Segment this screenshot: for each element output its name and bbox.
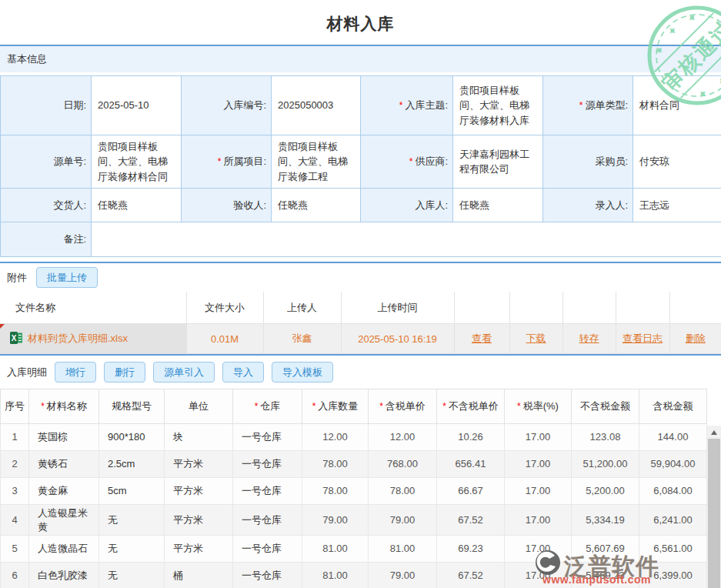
- delete-file-link[interactable]: 删除: [686, 332, 706, 344]
- form-field-value: 贵阳项目样板间、大堂、电梯厅装修材料入库: [453, 76, 543, 135]
- inbound-qty-cell: 78.00: [302, 451, 369, 478]
- material-name-cell: 英国棕: [29, 424, 99, 451]
- delete-row-button[interactable]: 删行: [104, 362, 145, 383]
- detail-column-label: 含税单价: [386, 400, 426, 412]
- inbound-qty-cell: 81.00: [302, 536, 369, 563]
- material-name-cell: 黄锈石: [29, 451, 99, 478]
- excel-file-icon: X: [10, 332, 22, 346]
- warehouse-cell: 一号仓库: [233, 505, 302, 536]
- form-field-label-text: 交货人:: [53, 198, 86, 213]
- tax-excl-amount-cell: 51,200.00: [572, 451, 639, 478]
- tax-excl-price-cell: 69.23: [437, 536, 505, 563]
- section-basic-info-label: 基本信息: [7, 52, 47, 66]
- svg-text:X: X: [12, 334, 17, 342]
- spec-model-cell: 无: [99, 505, 165, 536]
- form-field-label-text: 供应商:: [415, 154, 448, 169]
- tax-excl-amount-cell: 123.08: [572, 424, 639, 451]
- detail-column-header: 规格型号: [99, 389, 165, 424]
- detail-column-header: *含税单价: [369, 389, 437, 424]
- file-action-cell: 查看: [454, 324, 509, 354]
- warehouse-cell: 一号仓库: [233, 424, 302, 451]
- file-name-link[interactable]: 材料到货入库明细.xlsx: [28, 332, 128, 346]
- attachment-column-header: 文件大小: [186, 292, 263, 324]
- detail-column-label: 材料名称: [47, 400, 87, 412]
- detail-row[interactable]: 1英国棕900*180块一号仓库12.0012.0010.2617.00123.…: [1, 424, 707, 451]
- tax-excl-amount-cell: 5,334.19: [572, 505, 639, 536]
- row-number-cell: 4: [1, 505, 29, 536]
- attachment-row[interactable]: X材料到货入库明细.xlsx0.01M张鑫2025-05-10 16:19查看下…: [0, 324, 721, 354]
- unit-cell: 平方米: [165, 478, 233, 505]
- detail-column-header: *仓库: [233, 389, 302, 424]
- row-number-cell: 2: [1, 451, 29, 478]
- detail-column-header: *材料名称: [29, 389, 99, 424]
- unit-cell: 平方米: [165, 536, 233, 563]
- detail-column-header: 不含税金额: [572, 389, 639, 424]
- tax-incl-price-cell: 78.00: [369, 478, 437, 505]
- required-asterisk: *: [255, 401, 259, 412]
- form-field-label: *源单类型:: [543, 76, 633, 135]
- download-file-link[interactable]: 下载: [526, 332, 546, 344]
- detail-column-label: 单位: [189, 400, 209, 412]
- attachments-bar: 附件 批量上传: [0, 262, 721, 292]
- form-field-label-text: 验收人:: [233, 198, 266, 213]
- scroll-up-button[interactable]: [707, 426, 721, 439]
- save-as-file-link[interactable]: 转存: [579, 332, 599, 344]
- detail-row[interactable]: 6白色乳胶漆无桶一号仓库81.0079.0067.5217.005,469.23…: [1, 563, 707, 588]
- section-attachments-label: 附件: [7, 271, 27, 285]
- import-button[interactable]: 导入: [222, 362, 264, 383]
- tax-excl-price-cell: 66.67: [437, 478, 505, 505]
- detail-row[interactable]: 3黄金麻5cm平方米一号仓库78.0078.0066.6717.005,200.…: [1, 478, 707, 505]
- form-field-label: 采购员:: [543, 135, 633, 189]
- form-field-value: 付安琼: [633, 135, 721, 189]
- tax-rate-cell: 17.00: [505, 424, 572, 451]
- spec-model-cell: 900*180: [99, 424, 165, 451]
- form-field-value: 天津嘉利园林工程有限公司: [453, 135, 543, 189]
- tax-rate-cell: 17.00: [505, 478, 572, 505]
- detail-row[interactable]: 2黄锈石2.5cm平方米一号仓库78.00768.00656.4117.0051…: [1, 451, 707, 478]
- detail-row[interactable]: 5人造微晶石无平方米一号仓库81.0081.0069.2317.005,607.…: [1, 536, 707, 563]
- add-row-button[interactable]: 增行: [55, 362, 96, 383]
- detail-column-header: *入库数量: [302, 389, 369, 424]
- scroll-up-icon: [711, 430, 717, 435]
- form-field-label: 交货人:: [1, 189, 92, 222]
- detail-column-label: 税率(%): [523, 400, 559, 412]
- tax-excl-amount-cell: 5,607.69: [572, 536, 639, 563]
- attachment-action-header: [454, 292, 509, 324]
- form-field-label: 入库人:: [361, 189, 453, 222]
- form-field-label: 源单号:: [1, 135, 92, 189]
- inbound-qty-cell: 79.00: [302, 505, 369, 536]
- attachment-column-header: 文件名称: [0, 292, 186, 324]
- tax-incl-price-cell: 81.00: [369, 536, 437, 563]
- required-asterisk: *: [579, 99, 583, 112]
- tax-incl-amount-cell: 6,561.00: [639, 536, 707, 563]
- form-field-value: 材料合同: [633, 76, 721, 135]
- detail-column-header: *不含税单价: [437, 389, 505, 424]
- source-import-button[interactable]: 源单引入: [153, 362, 215, 383]
- form-field-label-text: 源单号:: [53, 154, 86, 169]
- scrollbar-thumb[interactable]: [708, 439, 720, 588]
- inbound-qty-cell: 78.00: [302, 478, 369, 505]
- batch-upload-button[interactable]: 批量上传: [36, 267, 98, 288]
- view-log-link[interactable]: 查看日志: [623, 332, 663, 344]
- attachments-section: 附件 批量上传 文件名称文件大小上传人上传时间 X材料到货入库明细.xlsx0.…: [0, 262, 721, 356]
- view-file-link[interactable]: 查看: [472, 332, 492, 344]
- form-field-value: 贵阳项目样板间、大堂、电梯厅装修材料合同: [92, 135, 182, 189]
- row-number-cell: 3: [1, 478, 29, 505]
- file-action-cell: 查看日志: [616, 324, 669, 354]
- import-template-button[interactable]: 导入模板: [272, 362, 333, 383]
- detail-row[interactable]: 4人造银星米黄无平方米一号仓库79.0079.0067.5217.005,334…: [1, 505, 707, 536]
- unit-cell: 桶: [165, 563, 233, 588]
- material-name-cell: 人造银星米黄: [29, 505, 99, 536]
- file-action-cell: 转存: [562, 324, 616, 354]
- tax-rate-cell: 17.00: [505, 505, 572, 536]
- spec-model-cell: 无: [99, 536, 165, 563]
- form-field-label-text: 备注:: [63, 232, 86, 247]
- required-asterisk: *: [218, 155, 222, 169]
- vertical-scrollbar[interactable]: [707, 426, 721, 588]
- details-section: 入库明细 增行删行源单引入导入导入模板 序号*材料名称规格型号单位*仓库*入库数…: [0, 356, 721, 588]
- unit-cell: 块: [165, 424, 233, 451]
- form-field-label: 日期:: [1, 76, 92, 135]
- form-field-value: 任晓燕: [92, 189, 182, 222]
- tax-excl-price-cell: 10.26: [437, 424, 505, 451]
- attachment-column-header: 上传人: [263, 292, 341, 324]
